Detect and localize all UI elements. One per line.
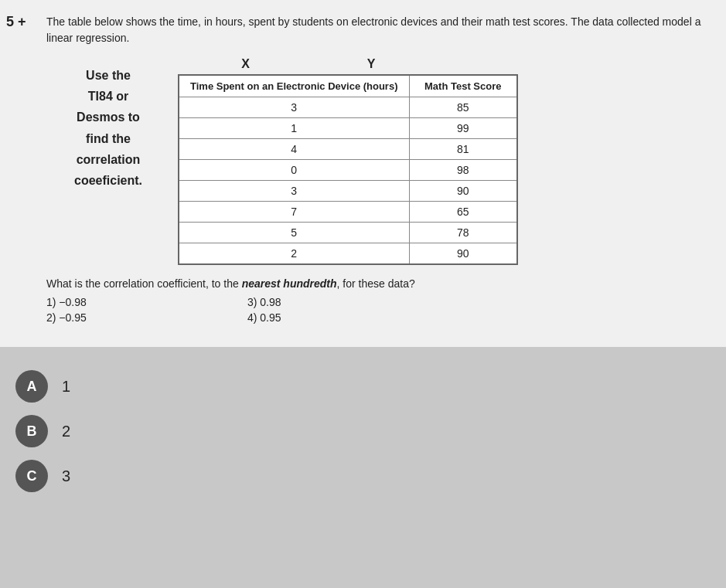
table-row: 481 xyxy=(179,139,517,160)
table-cell-y: 65 xyxy=(409,202,517,223)
answer-options: 1) −0.983) 0.982) −0.954) 0.95 xyxy=(46,296,703,324)
table-cell-y: 78 xyxy=(409,223,517,243)
answer-option: 2) −0.95 xyxy=(46,311,201,324)
answer-option: 1) −0.98 xyxy=(46,296,201,308)
table-header-y: Math Test Score xyxy=(409,75,517,97)
column-headers: X Y xyxy=(178,57,703,74)
table-cell-x: 1 xyxy=(179,118,409,139)
main-card: 5 + The table below shows the time, in h… xyxy=(0,0,726,347)
sidebar-line1: Use the xyxy=(46,65,170,86)
sidebar-line2: TI84 or xyxy=(46,86,170,107)
choice-value-a: 1 xyxy=(62,378,70,396)
question-text-after: , for these data? xyxy=(337,277,415,290)
table-row: 578 xyxy=(179,223,517,243)
table-cell-x: 3 xyxy=(179,97,409,118)
sidebar-line5: correlation xyxy=(46,149,170,170)
table-row: 385 xyxy=(179,97,517,118)
table-cell-y: 90 xyxy=(409,181,517,202)
question-text-before: What is the correlation coefficient, to … xyxy=(46,277,242,290)
choice-circle-b[interactable]: B xyxy=(15,415,48,447)
content-area: Use the TI84 or Desmos to find the corre… xyxy=(46,57,703,265)
table-cell-x: 4 xyxy=(179,139,409,160)
answer-option: 4) 0.95 xyxy=(247,311,402,324)
choice-circle-c[interactable]: C xyxy=(15,460,48,492)
choice-value-b: 2 xyxy=(62,423,70,440)
problem-number: 5 + xyxy=(6,14,26,30)
table-row: 290 xyxy=(179,243,517,265)
sidebar-line3: Desmos to xyxy=(46,107,170,127)
question-text: What is the correlation coefficient, to … xyxy=(46,277,703,290)
table-cell-y: 90 xyxy=(409,243,517,265)
choice-row[interactable]: B2 xyxy=(15,415,711,447)
choice-circle-a[interactable]: A xyxy=(15,370,48,403)
table-row: 765 xyxy=(179,202,517,223)
answer-choices-area: A1B2C3 xyxy=(0,370,726,492)
table-cell-x: 2 xyxy=(179,243,409,265)
data-table: Time Spent on an Electronic Device (hour… xyxy=(178,74,518,265)
question-section: What is the correlation coefficient, to … xyxy=(46,277,703,324)
table-row: 199 xyxy=(179,118,517,139)
table-cell-x: 0 xyxy=(179,160,409,181)
table-cell-x: 3 xyxy=(179,181,409,202)
question-emphasis: nearest hundredth xyxy=(242,277,337,290)
col-y-label: Y xyxy=(313,57,429,74)
table-area: X Y Time Spent on an Electronic Device (… xyxy=(178,57,703,265)
table-cell-y: 81 xyxy=(409,139,517,160)
sidebar-line6: coeeficient. xyxy=(46,170,170,191)
table-header-x: Time Spent on an Electronic Device (hour… xyxy=(179,75,409,97)
table-row: 390 xyxy=(179,181,517,202)
table-cell-y: 99 xyxy=(409,118,517,139)
answer-option: 3) 0.98 xyxy=(247,296,402,308)
table-cell-y: 98 xyxy=(409,160,517,181)
table-cell-x: 5 xyxy=(179,223,409,243)
choice-row[interactable]: A1 xyxy=(15,370,711,403)
table-cell-y: 85 xyxy=(409,97,517,118)
choice-value-c: 3 xyxy=(62,467,70,485)
table-row: 098 xyxy=(179,160,517,181)
sidebar-instructions: Use the TI84 or Desmos to find the corre… xyxy=(46,57,178,191)
col-x-label: X xyxy=(178,57,313,74)
table-cell-x: 7 xyxy=(179,202,409,223)
sidebar-line4: find the xyxy=(46,128,170,149)
choice-row[interactable]: C3 xyxy=(15,460,711,492)
intro-text: The table below shows the time, in hours… xyxy=(46,14,703,46)
